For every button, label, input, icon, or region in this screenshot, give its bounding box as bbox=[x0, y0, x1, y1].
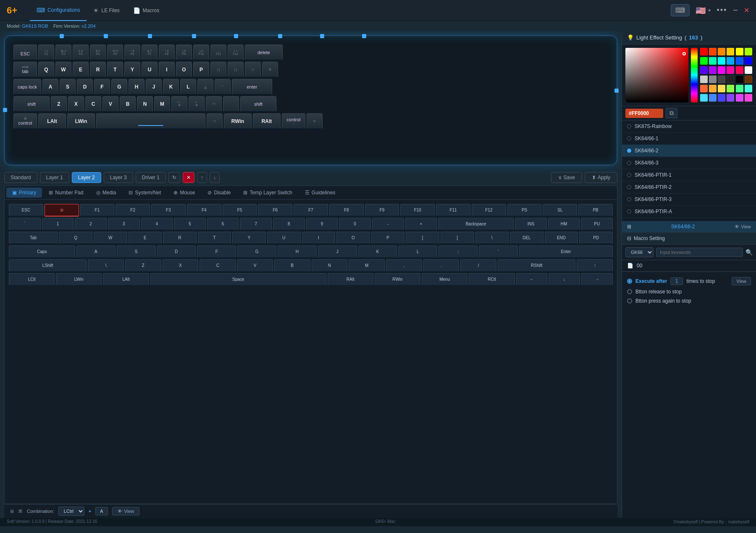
sk-pd[interactable]: PD bbox=[579, 232, 613, 244]
color-swatch[interactable] bbox=[736, 48, 743, 55]
key-comma[interactable]: < ,⚙ bbox=[171, 96, 187, 112]
sk-lshift[interactable]: LShift bbox=[9, 259, 87, 272]
key-t[interactable]: T bbox=[107, 62, 123, 78]
minimize-button[interactable]: − bbox=[733, 5, 738, 15]
color-swatch[interactable] bbox=[718, 48, 725, 55]
sk-esc[interactable]: ESC bbox=[9, 204, 43, 217]
effect-item-3[interactable]: SK64/66-3 bbox=[622, 157, 756, 169]
key-lctrl[interactable]: ⌘control bbox=[13, 113, 37, 129]
key-rbracket[interactable]: } ] bbox=[228, 62, 244, 78]
color-gradient-picker[interactable] bbox=[625, 48, 688, 102]
sk-slash[interactable]: / bbox=[460, 259, 496, 272]
sk-g[interactable]: G bbox=[237, 246, 276, 258]
sk-rctl[interactable]: RCtl bbox=[469, 273, 514, 286]
sk-0[interactable]: 0 bbox=[339, 218, 371, 230]
key-unknown[interactable] bbox=[223, 96, 239, 112]
effect-item-1[interactable]: SK64/66-1 bbox=[622, 133, 756, 145]
nav-configurations[interactable]: ⌨ Configurations bbox=[30, 0, 87, 21]
resize-handle-top-4[interactable] bbox=[192, 34, 196, 38]
sk-8[interactable]: 8 bbox=[273, 218, 305, 230]
macro-keyboard-select[interactable]: GK66 bbox=[625, 247, 654, 257]
sk-4[interactable]: 4 bbox=[141, 218, 173, 230]
nav-macros[interactable]: 📄 Macros bbox=[126, 0, 166, 21]
sk-ps[interactable]: PS bbox=[507, 204, 542, 217]
resize-handle-top-5[interactable] bbox=[234, 34, 238, 38]
key-s[interactable]: S bbox=[60, 79, 76, 95]
sk-x[interactable]: X bbox=[163, 259, 199, 272]
sk-f6[interactable]: F6 bbox=[258, 204, 292, 217]
sk-q[interactable]: Q bbox=[59, 232, 92, 244]
key-o[interactable]: O bbox=[176, 62, 192, 78]
func-tab-mouse[interactable]: ⊕ Mouse bbox=[168, 188, 201, 198]
sk-3[interactable]: 3 bbox=[108, 218, 140, 230]
key-semicolon[interactable]: : ;⚙ bbox=[197, 79, 213, 95]
sk-menu[interactable]: Menu bbox=[422, 273, 467, 286]
sk-f8[interactable]: F8 bbox=[329, 204, 364, 217]
func-tab-disable[interactable]: ⊘ Disable bbox=[202, 188, 236, 198]
key-space[interactable] bbox=[96, 113, 205, 129]
combination-select[interactable]: LCtrl bbox=[58, 507, 84, 516]
color-swatch[interactable] bbox=[700, 94, 708, 102]
sk-v[interactable]: V bbox=[237, 259, 273, 272]
key-8-f8[interactable]: * 8F8 bbox=[159, 44, 175, 60]
func-tab-systemnet[interactable]: ⊟ System/Net bbox=[123, 188, 167, 198]
key-tab[interactable]: win⊞tab bbox=[13, 62, 37, 78]
key-2-f2[interactable]: @ 2F2 bbox=[55, 44, 71, 60]
func-tab-numpad[interactable]: ⊞ Number Pad bbox=[43, 188, 89, 198]
color-swatch[interactable] bbox=[709, 48, 717, 55]
sk-t[interactable]: T bbox=[198, 232, 231, 244]
sk-rightarrow[interactable]: → bbox=[581, 273, 613, 286]
layer-tab-driver1[interactable]: Driver 1 bbox=[136, 172, 166, 183]
sk-y[interactable]: Y bbox=[232, 232, 266, 244]
sk-tilde[interactable]: ⊝ bbox=[45, 204, 79, 217]
hex-color-input[interactable] bbox=[625, 109, 663, 118]
sk-backtick[interactable]: ` bbox=[9, 218, 41, 230]
effect-item-7[interactable]: SK64/66-PTIR-A bbox=[622, 206, 756, 218]
sk-f[interactable]: F bbox=[197, 246, 236, 258]
sk-f11[interactable]: F11 bbox=[436, 204, 470, 217]
sk-enter[interactable]: Enter bbox=[519, 246, 613, 258]
combo-view-button[interactable]: 👁 View bbox=[112, 507, 140, 515]
sk-quote[interactable]: ' bbox=[479, 246, 518, 258]
sk-f3[interactable]: F3 bbox=[151, 204, 186, 217]
effect-item-5[interactable]: SK64/66-PTIR-2 bbox=[622, 181, 756, 193]
sk-hm[interactable]: HM bbox=[548, 218, 580, 230]
sk-f12[interactable]: F12 bbox=[472, 204, 506, 217]
key-v[interactable]: V bbox=[102, 96, 118, 112]
key-3-f3[interactable]: # 3F3 bbox=[73, 44, 89, 60]
sk-f5[interactable]: F5 bbox=[223, 204, 257, 217]
resize-handle-top-6[interactable] bbox=[278, 34, 282, 38]
color-swatch[interactable] bbox=[727, 48, 734, 55]
sk-n[interactable]: N bbox=[312, 259, 348, 272]
sk-5[interactable]: 5 bbox=[174, 218, 206, 230]
key-f[interactable]: F bbox=[94, 79, 110, 95]
language-selector[interactable]: 🇺🇸 + bbox=[696, 5, 711, 16]
key-n[interactable]: N bbox=[137, 96, 153, 112]
sk-end[interactable]: END bbox=[545, 232, 578, 244]
key-esc[interactable]: ~ESC bbox=[13, 44, 37, 60]
sk-w[interactable]: W bbox=[94, 232, 127, 244]
close-button[interactable]: ✕ bbox=[744, 6, 749, 14]
color-swatch[interactable] bbox=[727, 94, 734, 102]
sk-leftarrow[interactable]: ← bbox=[516, 273, 548, 286]
key-y[interactable]: Y bbox=[124, 62, 140, 78]
sk-rwin[interactable]: RWin bbox=[375, 273, 420, 286]
sk-equals[interactable]: + bbox=[405, 218, 437, 230]
color-swatch[interactable] bbox=[709, 57, 717, 65]
color-swatch[interactable] bbox=[736, 66, 743, 74]
key-period[interactable]: > .⚙ bbox=[189, 96, 205, 112]
sk-pu[interactable]: PU bbox=[581, 218, 613, 230]
color-swatch[interactable] bbox=[700, 57, 708, 65]
sk-minus[interactable]: - bbox=[372, 218, 404, 230]
key-k[interactable]: K bbox=[163, 79, 179, 95]
color-swatch[interactable] bbox=[736, 94, 743, 102]
sk-f9[interactable]: F9 bbox=[365, 204, 399, 217]
color-swatch[interactable] bbox=[709, 76, 717, 83]
key-lshift[interactable]: shift bbox=[13, 96, 50, 112]
exec-radio-3[interactable] bbox=[627, 298, 632, 303]
func-tab-primary[interactable]: ▣ Primary bbox=[6, 188, 42, 198]
color-hue-bar[interactable] bbox=[691, 48, 698, 102]
sk-z[interactable]: Z bbox=[125, 259, 161, 272]
resize-handle-top-7[interactable] bbox=[320, 34, 324, 38]
color-swatch[interactable] bbox=[745, 85, 752, 92]
